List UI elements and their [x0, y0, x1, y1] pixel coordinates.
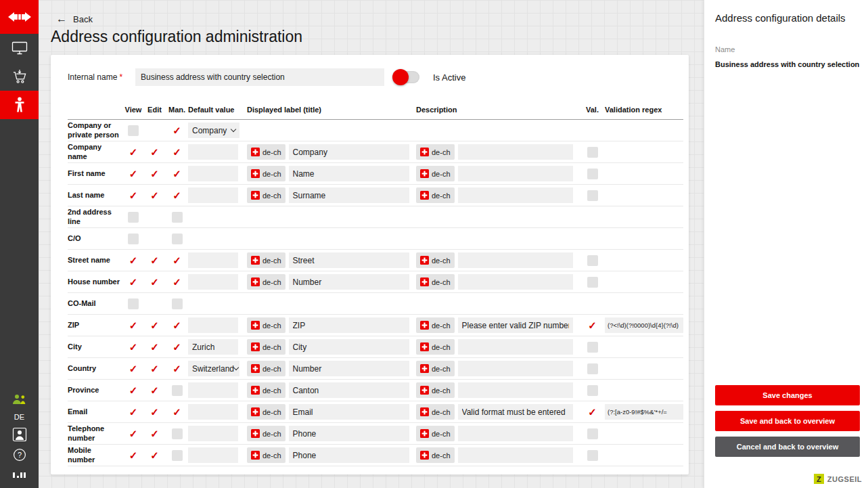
checkbox-unchecked[interactable]: [587, 363, 598, 374]
cancel-and-back-button[interactable]: Cancel and back to overview: [715, 437, 860, 457]
locale-badge[interactable]: de-ch: [247, 187, 285, 203]
language-switcher[interactable]: DE: [0, 409, 39, 424]
locale-badge[interactable]: de-ch: [416, 426, 455, 441]
checkmark-icon[interactable]: ✓: [588, 407, 597, 417]
checkbox-unchecked[interactable]: [172, 212, 183, 223]
checkmark-icon[interactable]: ✓: [173, 363, 181, 374]
description-input[interactable]: [458, 187, 573, 203]
displayed-label-input[interactable]: [289, 166, 409, 181]
checkmark-icon[interactable]: ✓: [129, 190, 138, 200]
checkbox-unchecked[interactable]: [587, 277, 598, 288]
checkmark-icon[interactable]: ✓: [173, 407, 181, 417]
displayed-label-input[interactable]: [289, 144, 409, 160]
displayed-label-input[interactable]: [289, 339, 409, 355]
locale-badge[interactable]: de-ch: [247, 144, 285, 160]
checkmark-icon[interactable]: ✓: [150, 450, 159, 460]
checkbox-unchecked[interactable]: [128, 234, 139, 244]
description-input[interactable]: [458, 274, 573, 290]
checkbox-unchecked[interactable]: [587, 190, 598, 201]
default-value-input[interactable]: [188, 404, 238, 420]
description-input[interactable]: [458, 317, 573, 333]
description-input[interactable]: [458, 404, 573, 420]
description-input[interactable]: [458, 447, 573, 463]
monitor-nav-button[interactable]: [0, 34, 39, 62]
locale-badge[interactable]: de-ch: [247, 339, 285, 355]
checkmark-icon[interactable]: ✓: [150, 385, 159, 395]
default-value-input[interactable]: [188, 274, 238, 290]
checkmark-icon[interactable]: ✓: [173, 342, 181, 352]
checkbox-unchecked[interactable]: [587, 255, 598, 266]
default-value-input[interactable]: [188, 187, 238, 203]
locale-badge[interactable]: de-ch: [247, 426, 285, 441]
description-input[interactable]: [458, 166, 573, 181]
checkmark-icon[interactable]: ✓: [129, 147, 138, 157]
locale-badge[interactable]: de-ch: [416, 144, 455, 160]
checkmark-icon[interactable]: ✓: [588, 320, 597, 330]
checkbox-unchecked[interactable]: [172, 298, 183, 309]
checkbox-unchecked[interactable]: [128, 298, 139, 309]
checkmark-icon[interactable]: ✓: [129, 277, 138, 287]
locale-badge[interactable]: de-ch: [247, 404, 285, 420]
locale-badge[interactable]: de-ch: [416, 404, 455, 420]
locale-badge[interactable]: de-ch: [416, 447, 455, 463]
checkmark-icon[interactable]: ✓: [150, 190, 159, 200]
description-input[interactable]: [458, 339, 573, 355]
description-input[interactable]: [458, 144, 573, 160]
checkmark-icon[interactable]: ✓: [129, 428, 138, 439]
checkbox-unchecked[interactable]: [587, 428, 598, 439]
sbb-logo[interactable]: [0, 0, 39, 34]
locale-badge[interactable]: de-ch: [247, 361, 285, 376]
cart-nav-button[interactable]: [0, 62, 39, 91]
checkbox-unchecked[interactable]: [172, 234, 183, 244]
default-value-input[interactable]: [188, 317, 238, 333]
checkbox-unchecked[interactable]: [172, 385, 183, 396]
checkmark-icon[interactable]: ✓: [173, 277, 181, 287]
default-value-input[interactable]: [188, 339, 238, 355]
default-value-input[interactable]: [188, 144, 238, 160]
default-value-input[interactable]: [188, 382, 238, 398]
users-nav-button[interactable]: [0, 389, 39, 409]
displayed-label-input[interactable]: [289, 274, 409, 290]
displayed-label-input[interactable]: [289, 317, 409, 333]
locale-badge[interactable]: de-ch: [416, 252, 455, 268]
platform-nav-button[interactable]: [0, 465, 39, 485]
displayed-label-input[interactable]: [289, 382, 409, 398]
locale-badge[interactable]: de-ch: [247, 317, 285, 333]
checkmark-icon[interactable]: ✓: [173, 255, 181, 265]
checkbox-unchecked[interactable]: [587, 342, 598, 353]
description-input[interactable]: [458, 382, 573, 398]
checkbox-unchecked[interactable]: [172, 450, 183, 461]
internal-name-input[interactable]: [135, 68, 384, 86]
displayed-label-input[interactable]: [289, 404, 409, 420]
checkmark-icon[interactable]: ✓: [129, 342, 138, 352]
description-input[interactable]: [458, 361, 573, 376]
checkmark-icon[interactable]: ✓: [129, 169, 138, 179]
checkbox-unchecked[interactable]: [128, 212, 139, 223]
displayed-label-input[interactable]: [289, 252, 409, 268]
checkbox-unchecked[interactable]: [587, 385, 598, 396]
validation-regex-input[interactable]: [605, 317, 683, 333]
checkmark-icon[interactable]: ✓: [173, 125, 181, 135]
checkmark-icon[interactable]: ✓: [173, 320, 181, 330]
checkmark-icon[interactable]: ✓: [150, 320, 159, 330]
locale-badge[interactable]: de-ch: [416, 187, 455, 203]
default-value-input[interactable]: [188, 166, 238, 181]
default-value-input[interactable]: [188, 426, 238, 441]
checkmark-icon[interactable]: ✓: [150, 277, 159, 287]
person-nav-button[interactable]: [0, 91, 39, 119]
locale-badge[interactable]: de-ch: [247, 382, 285, 398]
checkmark-icon[interactable]: ✓: [173, 169, 181, 179]
checkbox-unchecked[interactable]: [587, 169, 598, 179]
checkmark-icon[interactable]: ✓: [129, 363, 138, 374]
checkmark-icon[interactable]: ✓: [150, 363, 159, 374]
checkmark-icon[interactable]: ✓: [150, 428, 159, 439]
default-value-input[interactable]: [188, 447, 238, 463]
displayed-label-input[interactable]: [289, 187, 409, 203]
checkmark-icon[interactable]: ✓: [150, 255, 159, 265]
locale-badge[interactable]: de-ch: [416, 274, 455, 290]
default-value-select[interactable]: Company: [188, 123, 239, 138]
checkbox-unchecked[interactable]: [128, 125, 139, 136]
locale-badge[interactable]: de-ch: [416, 361, 455, 376]
checkmark-icon[interactable]: ✓: [150, 169, 159, 179]
default-value-select[interactable]: Switzerland: [188, 361, 239, 376]
